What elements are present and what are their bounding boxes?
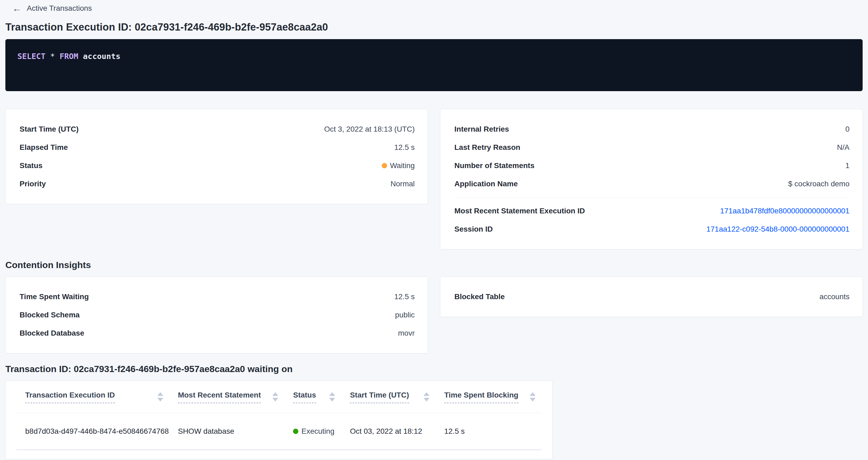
sort-icon[interactable] — [157, 392, 163, 402]
sql-statement-box: SELECT * FROM accounts — [5, 39, 863, 91]
statement-count-label: Number of Statements — [454, 161, 534, 170]
table-row: b8d7d03a-d497-446b-8474-e50846674768 SHO… — [17, 413, 541, 450]
time-spent-waiting-label: Time Spent Waiting — [20, 293, 89, 301]
cell-most-recent-statement: SHOW database — [169, 427, 284, 436]
details-card: Internal Retries 0 Last Retry Reason N/A… — [440, 109, 863, 249]
summary-cards-row: Start Time (UTC) Oct 3, 2022 at 18:13 (U… — [5, 109, 863, 249]
cell-start-time: Oct 03, 2022 at 18:12 — [341, 427, 435, 436]
application-name-value: $ cockroach demo — [788, 180, 849, 188]
column-header-start-time[interactable]: Start Time (UTC) — [341, 391, 435, 403]
waiting-transactions-table: Transaction Execution ID Most Recent Sta… — [5, 381, 553, 459]
internal-retries-label: Internal Retries — [454, 125, 509, 133]
blocked-database-value: movr — [398, 329, 415, 337]
statement-execution-id-label: Most Recent Statement Execution ID — [454, 207, 585, 215]
cell-time-spent-blocking: 12.5 s — [435, 427, 541, 436]
column-label[interactable]: Status — [293, 391, 316, 403]
status-row: Status Waiting — [20, 157, 415, 175]
sort-icon[interactable] — [424, 392, 429, 402]
blocked-table-value: accounts — [819, 293, 849, 301]
contention-left-card: Time Spent Waiting 12.5 s Blocked Schema… — [5, 277, 428, 353]
status-executing-dot — [293, 429, 298, 434]
internal-retries-value: 0 — [845, 125, 849, 133]
sql-table-name: accounts — [83, 52, 120, 61]
contention-insights-heading: Contention Insights — [5, 260, 863, 270]
statement-count-value: 1 — [845, 161, 849, 170]
blocked-schema-row: Blocked Schema public — [20, 306, 415, 324]
column-label[interactable]: Transaction Execution ID — [25, 391, 115, 403]
cell-transaction-execution-id: b8d7d03a-d497-446b-8474-e50846674768 — [17, 427, 169, 436]
table-header-row: Transaction Execution ID Most Recent Sta… — [17, 381, 541, 413]
status-text: Executing — [301, 427, 334, 436]
column-label[interactable]: Start Time (UTC) — [350, 391, 409, 403]
card-divider — [454, 197, 849, 197]
start-time-label: Start Time (UTC) — [20, 125, 79, 133]
sql-keyword-from: FROM — [60, 52, 78, 61]
session-id-row: Session ID 171aa122-c092-54b8-0000-00000… — [454, 220, 849, 238]
session-id-label: Session ID — [454, 225, 493, 234]
status-text: Waiting — [390, 161, 415, 170]
blocked-schema-label: Blocked Schema — [20, 311, 80, 319]
session-id-link[interactable]: 171aa122-c092-54b8-0000-000000000001 — [706, 225, 849, 234]
column-header-transaction-execution-id[interactable]: Transaction Execution ID — [17, 391, 169, 403]
column-header-time-spent-blocking[interactable]: Time Spent Blocking — [435, 391, 541, 403]
blocked-database-row: Blocked Database movr — [20, 324, 415, 342]
back-link-active-transactions[interactable]: ← Active Transactions — [12, 4, 92, 13]
column-label[interactable]: Time Spent Blocking — [444, 391, 518, 403]
status-value: Waiting — [382, 161, 415, 170]
elapsed-time-value: 12.5 s — [394, 143, 415, 152]
start-time-row: Start Time (UTC) Oct 3, 2022 at 18:13 (U… — [20, 120, 415, 138]
sort-icon[interactable] — [329, 392, 335, 402]
application-name-label: Application Name — [454, 180, 518, 188]
last-retry-reason-label: Last Retry Reason — [454, 143, 520, 152]
start-time-value: Oct 3, 2022 at 18:13 (UTC) — [324, 125, 415, 133]
internal-retries-row: Internal Retries 0 — [454, 120, 849, 138]
arrow-left-icon: ← — [12, 4, 22, 13]
waiting-on-heading: Transaction ID: 02ca7931-f246-469b-b2fe-… — [5, 364, 863, 374]
overview-card: Start Time (UTC) Oct 3, 2022 at 18:13 (U… — [5, 109, 428, 204]
application-name-row: Application Name $ cockroach demo — [454, 175, 849, 193]
column-label[interactable]: Most Recent Statement — [178, 391, 261, 403]
elapsed-time-row: Elapsed Time 12.5 s — [20, 138, 415, 157]
statement-execution-id-row: Most Recent Statement Execution ID 171aa… — [454, 202, 849, 220]
column-header-most-recent-statement[interactable]: Most Recent Statement — [169, 391, 284, 403]
blocked-table-label: Blocked Table — [454, 293, 505, 301]
elapsed-time-label: Elapsed Time — [20, 143, 68, 152]
back-link-label: Active Transactions — [27, 4, 92, 12]
statement-count-row: Number of Statements 1 — [454, 157, 849, 175]
time-spent-waiting-row: Time Spent Waiting 12.5 s — [20, 288, 415, 306]
sort-icon[interactable] — [272, 392, 278, 402]
contention-right-card: Blocked Table accounts — [440, 277, 863, 317]
priority-value: Normal — [391, 180, 415, 188]
sort-icon[interactable] — [530, 392, 536, 402]
priority-label: Priority — [20, 180, 46, 188]
page-title: Transaction Execution ID: 02ca7931-f246-… — [5, 22, 863, 33]
cell-status: Executing — [284, 427, 341, 436]
blocked-table-row: Blocked Table accounts — [454, 288, 849, 306]
contention-cards-row: Time Spent Waiting 12.5 s Blocked Schema… — [5, 277, 863, 353]
last-retry-reason-value: N/A — [837, 143, 849, 152]
blocked-schema-value: public — [395, 311, 415, 319]
sql-star: * — [50, 52, 55, 61]
time-spent-waiting-value: 12.5 s — [394, 293, 415, 301]
blocked-database-label: Blocked Database — [20, 329, 84, 337]
column-header-status[interactable]: Status — [284, 391, 341, 403]
priority-row: Priority Normal — [20, 175, 415, 193]
last-retry-reason-row: Last Retry Reason N/A — [454, 138, 849, 157]
status-waiting-dot — [382, 163, 387, 168]
transaction-details-page: ← Active Transactions Transaction Execut… — [0, 0, 868, 459]
sql-keyword-select: SELECT — [18, 52, 45, 61]
statement-execution-id-link[interactable]: 171aa1b478fdf0e80000000000000001 — [720, 207, 849, 215]
status-label: Status — [20, 161, 42, 170]
